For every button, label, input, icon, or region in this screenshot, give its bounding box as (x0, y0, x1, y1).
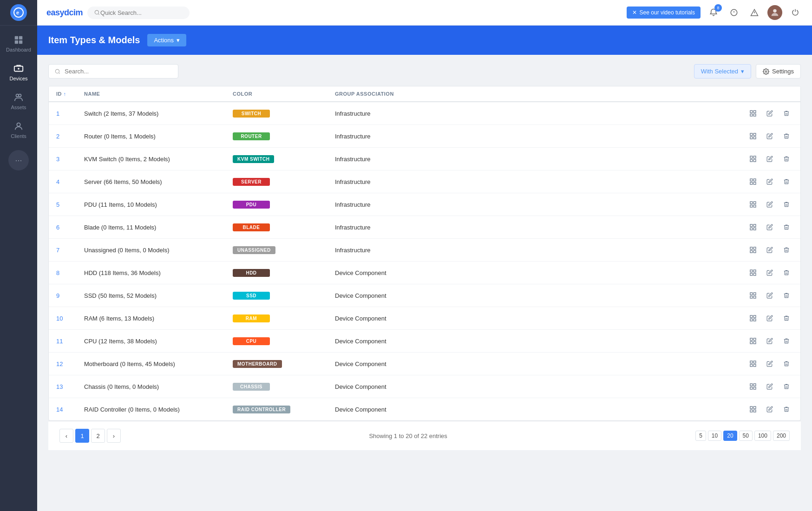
page-2-button[interactable]: 2 (91, 429, 105, 443)
row-view-button[interactable] (747, 243, 760, 256)
row-delete-button[interactable] (780, 243, 793, 256)
row-view-button[interactable] (747, 380, 760, 393)
sidebar-logo: e (0, 0, 37, 26)
svg-rect-31 (753, 182, 756, 184)
sidebar-label-dashboard: Dashboard (6, 47, 31, 52)
svg-rect-26 (750, 159, 753, 162)
app-logo[interactable]: e (10, 4, 27, 21)
row-edit-button[interactable] (763, 403, 776, 416)
cell-id: 12 (49, 353, 77, 375)
row-delete-button[interactable] (780, 380, 793, 393)
sidebar: e Dashboard Devices (0, 0, 37, 511)
row-edit-button[interactable] (763, 312, 776, 325)
topbar-search-input[interactable] (100, 9, 175, 16)
page-next-button[interactable]: › (107, 429, 121, 443)
row-edit-button[interactable] (763, 221, 776, 234)
row-delete-button[interactable] (780, 334, 793, 347)
sidebar-item-assets[interactable]: Assets (0, 87, 37, 116)
sidebar-item-dashboard[interactable]: Dashboard (0, 29, 37, 58)
row-edit-button[interactable] (763, 380, 776, 393)
sidebar-item-devices[interactable]: Devices (0, 58, 37, 87)
row-delete-button[interactable] (780, 130, 793, 143)
svg-rect-22 (750, 137, 753, 139)
actions-button[interactable]: Actions ▾ (147, 34, 186, 46)
col-id[interactable]: ID (49, 86, 77, 102)
cell-name: Motherboard (0 Items, 45 Models) (77, 353, 225, 375)
page-controls: ‹ 1 2 › (59, 429, 121, 443)
row-delete-button[interactable] (780, 312, 793, 325)
per-page-20[interactable]: 20 (723, 431, 737, 441)
svg-text:e: e (16, 10, 19, 15)
color-badge: ROUTER (233, 132, 270, 140)
search-input[interactable] (65, 68, 167, 75)
row-delete-button[interactable] (780, 266, 793, 279)
row-edit-button[interactable] (763, 152, 776, 165)
cell-group: Device Component (327, 307, 586, 330)
col-name[interactable]: NAME (77, 86, 225, 102)
row-view-button[interactable] (747, 289, 760, 302)
info-icon[interactable] (727, 5, 741, 20)
row-delete-button[interactable] (780, 357, 793, 370)
row-delete-button[interactable] (780, 221, 793, 234)
svg-rect-61 (753, 361, 756, 363)
row-edit-button[interactable] (763, 198, 776, 211)
table-row: 4 Server (66 Items, 50 Models) SERVER In… (49, 170, 800, 193)
row-view-button[interactable] (747, 334, 760, 347)
cell-color: UNASSIGNED (225, 239, 327, 262)
sidebar-item-clients[interactable]: Clients (0, 116, 37, 144)
row-edit-button[interactable] (763, 130, 776, 143)
row-edit-button[interactable] (763, 107, 776, 120)
col-color[interactable]: COLOR (225, 86, 327, 102)
svg-rect-36 (750, 224, 753, 227)
row-delete-button[interactable] (780, 289, 793, 302)
row-view-button[interactable] (747, 198, 760, 211)
with-selected-button[interactable]: With Selected ▾ (694, 64, 751, 79)
row-view-button[interactable] (747, 403, 760, 416)
row-edit-button[interactable] (763, 266, 776, 279)
row-delete-button[interactable] (780, 198, 793, 211)
row-edit-button[interactable] (763, 289, 776, 302)
row-view-button[interactable] (747, 312, 760, 325)
row-edit-button[interactable] (763, 334, 776, 347)
page-prev-button[interactable]: ‹ (59, 429, 73, 443)
col-group[interactable]: GROUP ASSOCIATION (327, 86, 586, 102)
row-edit-button[interactable] (763, 175, 776, 188)
power-icon[interactable] (788, 5, 803, 20)
topbar-search-icon (94, 9, 100, 16)
notifications-icon[interactable]: 8 (706, 5, 721, 20)
row-view-button[interactable] (747, 221, 760, 234)
topbar-right: ✕ See our video tutorials 8 (627, 5, 803, 20)
svg-rect-4 (15, 40, 18, 44)
row-view-button[interactable] (747, 266, 760, 279)
per-page-5[interactable]: 5 (695, 431, 706, 441)
user-avatar[interactable] (767, 5, 782, 20)
row-view-button[interactable] (747, 175, 760, 188)
alert-icon[interactable] (747, 5, 762, 20)
page-1-button[interactable]: 1 (75, 429, 89, 443)
sidebar-more-button[interactable]: ··· (8, 150, 29, 170)
cell-group: Device Component (327, 353, 586, 375)
row-delete-button[interactable] (780, 175, 793, 188)
table-row: 7 Unassigned (0 Items, 0 Models) UNASSIG… (49, 239, 800, 262)
row-edit-button[interactable] (763, 357, 776, 370)
row-edit-button[interactable] (763, 243, 776, 256)
per-page-50[interactable]: 50 (739, 431, 753, 441)
per-page-10[interactable]: 10 (708, 431, 721, 441)
row-delete-button[interactable] (780, 107, 793, 120)
row-view-button[interactable] (747, 107, 760, 120)
row-view-button[interactable] (747, 152, 760, 165)
row-delete-button[interactable] (780, 152, 793, 165)
cell-group: Infrastructure (327, 148, 586, 170)
svg-rect-71 (753, 410, 756, 412)
row-view-button[interactable] (747, 130, 760, 143)
per-page-200[interactable]: 200 (773, 431, 790, 441)
row-view-button[interactable] (747, 357, 760, 370)
svg-rect-66 (750, 387, 753, 389)
per-page-100[interactable]: 100 (754, 431, 771, 441)
video-tutorials-button[interactable]: ✕ See our video tutorials (627, 7, 701, 19)
settings-button[interactable]: Settings (756, 64, 801, 79)
svg-rect-51 (753, 296, 756, 298)
svg-rect-30 (750, 182, 753, 184)
cell-id: 13 (49, 375, 77, 398)
row-delete-button[interactable] (780, 403, 793, 416)
